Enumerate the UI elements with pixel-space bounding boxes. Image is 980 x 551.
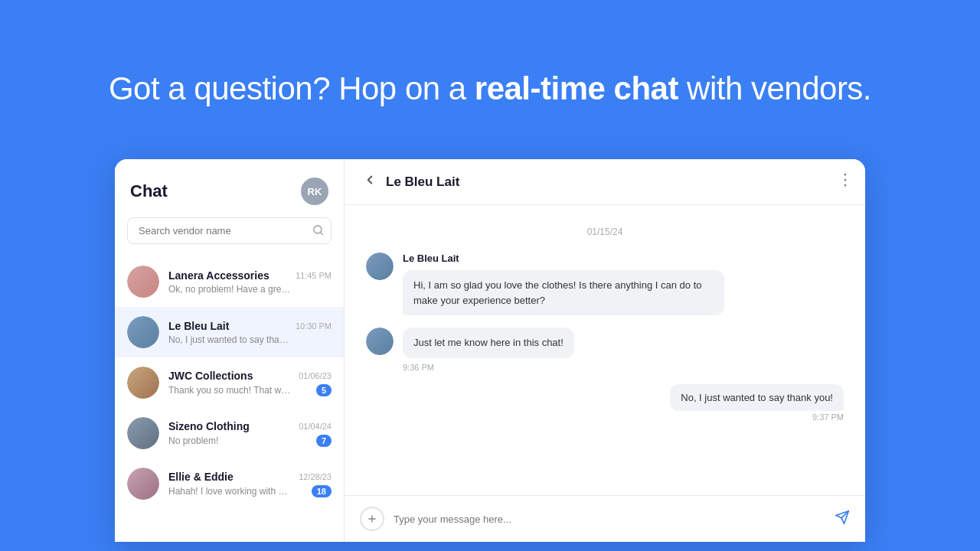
chat-title: Chat xyxy=(130,181,168,201)
chat-list-item-sizeno[interactable]: Sizeno Clothing 01/04/24 No problem! 7 xyxy=(115,408,344,458)
attach-button[interactable] xyxy=(360,507,384,531)
chat-name-ellie: Ellie & Eddie xyxy=(168,471,234,483)
msg-time-m2: 9:36 PM xyxy=(403,363,574,372)
chat-info-sizeno: Sizeno Clothing 01/04/24 No problem! 7 xyxy=(168,420,332,447)
chat-badge-jwc: 5 xyxy=(316,384,332,396)
chat-preview-lanera: Ok, no problem! Have a great day! xyxy=(168,284,291,295)
svg-line-1 xyxy=(320,232,322,234)
chat-avatar-sizeno xyxy=(127,417,159,449)
messages-area: 01/15/24Le Bleu LaitHi, I am so glad you… xyxy=(345,205,865,495)
svg-point-4 xyxy=(844,184,847,187)
msg-bubble-right-m3-0: No, I just wanted to say thank you! xyxy=(670,384,844,411)
chat-name-lebleu: Le Bleu Lait xyxy=(168,320,229,332)
chat-detail-header: Le Bleu Lait xyxy=(345,159,865,205)
msg-content-m1: Le Bleu LaitHi, I am so glad you love th… xyxy=(403,253,724,315)
chat-time-jwc: 01/06/23 xyxy=(299,371,332,380)
msg-sender-name-m1: Le Bleu Lait xyxy=(403,253,724,264)
chat-info-jwc: JWC Collections 01/06/23 Thank you so mu… xyxy=(168,370,332,396)
chat-info-lebleu: Le Bleu Lait 10:30 PM No, I just wanted … xyxy=(168,320,332,345)
chat-badge-ellie: 18 xyxy=(312,485,332,497)
chat-detail-panel: Le Bleu Lait 01/15/24Le Bleu LaitHi, I a… xyxy=(345,159,865,542)
chat-list: Lanera Accessories 11:45 PM Ok, no probl… xyxy=(115,256,344,542)
chat-name-jwc: JWC Collections xyxy=(168,370,253,382)
svg-point-2 xyxy=(844,174,847,176)
send-icon[interactable] xyxy=(835,510,850,529)
chat-time-lebleu: 10:30 PM xyxy=(296,321,332,331)
message-group-m2: Just let me know here in this chat!9:36 … xyxy=(366,328,844,372)
chat-avatar-lebleu xyxy=(127,316,159,348)
more-options-icon[interactable] xyxy=(844,173,847,191)
chat-badge-sizeno: 7 xyxy=(316,435,332,447)
chat-preview-lebleu: No, I just wanted to say thank you! xyxy=(168,334,291,345)
chat-time-ellie: 12/28/23 xyxy=(299,472,332,481)
hero-title-suffix: with vendors. xyxy=(687,70,871,106)
app-window: Chat RK Lanera Accessories 11:45 PM Ok, xyxy=(115,159,865,542)
chat-detail-name: Le Bleu Lait xyxy=(386,174,835,190)
chat-info-ellie: Ellie & Eddie 12/28/23 Hahah! I love wor… xyxy=(168,471,332,497)
chat-name-lanera: Lanera Accessories xyxy=(168,269,270,282)
chat-list-header: Chat RK xyxy=(115,159,344,217)
msg-avatar-m2 xyxy=(366,328,394,355)
date-divider: 01/15/24 xyxy=(366,227,844,237)
user-avatar[interactable]: RK xyxy=(301,178,328,205)
msg-bubble-m2-0: Just let me know here in this chat! xyxy=(403,328,574,358)
msg-bubble-m1-0: Hi, I am so glad you love the clothes! I… xyxy=(403,270,724,315)
chat-input-bar xyxy=(345,495,865,542)
chat-info-lanera: Lanera Accessories 11:45 PM Ok, no probl… xyxy=(168,269,332,295)
chat-list-item-lebleu[interactable]: Le Bleu Lait 10:30 PM No, I just wanted … xyxy=(115,307,344,357)
hero-title: Got a question? Hop on a real-time chat … xyxy=(109,70,871,107)
chat-list-item-lanera[interactable]: Lanera Accessories 11:45 PM Ok, no probl… xyxy=(115,256,344,307)
chat-preview-sizeno: No problem! xyxy=(168,435,218,446)
chat-preview-ellie: Hahah! I love working with you Sasha! xyxy=(168,486,291,497)
chat-list-item-jwc[interactable]: JWC Collections 01/06/23 Thank you so mu… xyxy=(115,357,344,408)
hero-title-prefix: Got a question? Hop on a xyxy=(109,70,466,106)
chat-avatar-jwc xyxy=(127,367,159,399)
msg-time-m3: 9:37 PM xyxy=(812,412,844,422)
back-icon[interactable] xyxy=(363,173,377,191)
search-icon xyxy=(312,224,324,238)
chat-preview-jwc: Thank you so much! That was very helpful… xyxy=(168,385,291,396)
chat-list-item-ellie[interactable]: Ellie & Eddie 12/28/23 Hahah! I love wor… xyxy=(115,458,344,509)
message-right-m3: No, I just wanted to say thank you!9:37 … xyxy=(366,384,844,422)
message-input[interactable] xyxy=(394,514,825,525)
chat-time-lanera: 11:45 PM xyxy=(296,271,332,280)
hero-section: Got a question? Hop on a real-time chat … xyxy=(109,0,871,159)
svg-point-3 xyxy=(844,179,847,181)
msg-content-m2: Just let me know here in this chat!9:36 … xyxy=(403,328,574,372)
chat-name-sizeno: Sizeno Clothing xyxy=(168,420,250,432)
chat-time-sizeno: 01/04/24 xyxy=(299,422,332,431)
search-input[interactable] xyxy=(127,217,332,244)
search-bar[interactable] xyxy=(127,217,332,244)
msg-avatar-m1 xyxy=(366,253,394,280)
chat-avatar-lanera xyxy=(127,266,159,298)
chat-avatar-ellie xyxy=(127,468,159,500)
chat-list-panel: Chat RK Lanera Accessories 11:45 PM Ok, xyxy=(115,159,345,542)
hero-title-bold: real-time chat xyxy=(475,70,678,106)
message-group-m1: Le Bleu LaitHi, I am so glad you love th… xyxy=(366,253,844,315)
